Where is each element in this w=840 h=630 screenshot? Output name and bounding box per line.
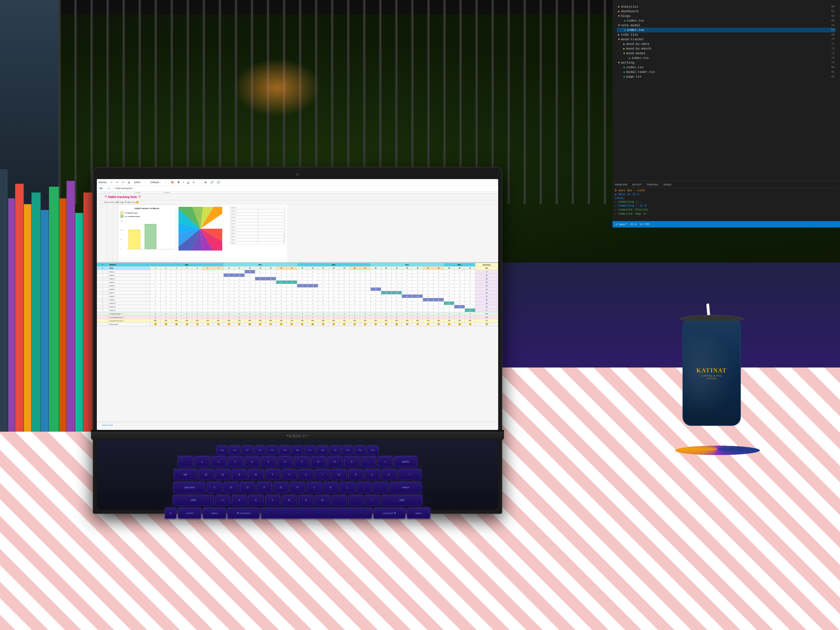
menu-item[interactable]: Menue <box>99 181 107 184</box>
key-y[interactable]: Y <box>282 469 297 480</box>
key-0[interactable]: 0 <box>344 456 359 467</box>
file-mood-modal-index[interactable]: ◈ index.tsx 74 <box>617 56 835 60</box>
key-k[interactable]: K <box>323 482 338 493</box>
key-5[interactable]: 5 <box>261 456 276 467</box>
menu-item[interactable]: 🔗 <box>210 181 213 184</box>
file-mood-by-month[interactable]: ▶ mood-by-month 72 <box>617 46 835 51</box>
key-command-left[interactable]: ⌘ command <box>227 507 260 519</box>
key-9[interactable]: 9 <box>328 456 343 467</box>
key-f3[interactable]: F3 <box>254 446 265 455</box>
key-lbracket[interactable]: [ <box>365 469 380 480</box>
file-modal-timer[interactable]: ◈ modal-timer.tsx 81 <box>617 70 835 74</box>
file-page[interactable]: ◈ page.tsx 82 <box>617 74 835 79</box>
file-blogs-index[interactable]: ◈ index.tsx 63 <box>617 18 835 23</box>
key-b[interactable]: B <box>282 495 297 506</box>
key-a[interactable]: A <box>207 482 222 493</box>
key-f8[interactable]: F8 <box>317 446 328 455</box>
file-mood-tracker[interactable]: ▼ mood-tracker 70 <box>617 37 835 42</box>
key-f[interactable]: F <box>257 482 272 493</box>
key-esc[interactable]: esc <box>217 446 228 455</box>
key-h[interactable]: H <box>290 482 305 493</box>
key-s[interactable]: S <box>223 482 238 493</box>
file-mood-by-date[interactable]: ▶ mood-by-date 71 <box>617 42 835 46</box>
key-1[interactable]: 1 <box>194 456 210 467</box>
key-f11[interactable]: F11 <box>355 446 366 455</box>
key-t[interactable]: T <box>265 469 280 480</box>
formula-content[interactable]: ♡ Habit tracking lists ♡ <box>112 187 496 189</box>
file-working[interactable]: ▼ working 79 <box>617 60 835 65</box>
menu-item[interactable]: Default... <box>150 181 161 184</box>
key-f5[interactable]: F5 <box>279 446 291 455</box>
key-z[interactable]: Z <box>215 495 231 506</box>
sheet-tab[interactable]: Habit tracker <box>99 423 116 427</box>
key-tab[interactable]: tab <box>174 469 197 480</box>
menu-item[interactable]: 💬 <box>217 181 220 184</box>
menu-item[interactable]: ↩ <box>116 181 118 184</box>
key-backslash[interactable]: \ <box>398 469 422 480</box>
key-2[interactable]: 2 <box>211 456 226 467</box>
cell-ref[interactable]: A1 <box>99 187 104 189</box>
key-equals[interactable]: = <box>377 456 393 467</box>
key-delete[interactable]: delete <box>394 456 417 467</box>
menu-item[interactable]: B <box>178 181 180 184</box>
menu-item[interactable]: I <box>183 181 184 184</box>
key-u[interactable]: U <box>298 469 314 480</box>
key-f12[interactable]: F12 <box>367 446 378 455</box>
menu-item[interactable]: 100% <box>134 181 141 184</box>
key-shift-left[interactable]: shift <box>173 495 214 506</box>
key-p[interactable]: P <box>348 469 363 480</box>
key-minus[interactable]: - <box>361 456 376 467</box>
file-mood-modal[interactable]: ▼ mood-modal 73 <box>617 51 835 56</box>
key-shift-right[interactable]: shift <box>382 495 422 506</box>
file-dashboard[interactable]: ▶ dashboard 61 <box>617 9 835 14</box>
key-c[interactable]: C <box>248 495 264 506</box>
key-quote[interactable]: ' <box>373 482 388 493</box>
key-f4[interactable]: F4 <box>267 446 278 455</box>
key-x[interactable]: X <box>232 495 247 506</box>
key-slash[interactable]: / <box>365 495 380 506</box>
key-backtick[interactable]: ` <box>178 456 193 467</box>
menu-item[interactable]: A <box>193 181 194 184</box>
key-q[interactable]: Q <box>199 469 214 480</box>
function-icon[interactable]: ƒx <box>107 187 110 189</box>
menu-item[interactable]: ↪ <box>122 181 124 184</box>
menu-item[interactable]: 🖨 <box>128 181 130 184</box>
file-analytics[interactable]: ▶ analytics 60 <box>617 5 835 9</box>
key-7[interactable]: 7 <box>294 456 309 467</box>
key-command-right[interactable]: command ⌘ <box>373 507 406 519</box>
file-note-modal[interactable]: ▼ note-modal 64 <box>617 23 835 28</box>
key-6[interactable]: 6 <box>278 456 293 467</box>
key-m[interactable]: M <box>315 495 330 506</box>
key-3[interactable]: 3 <box>228 456 243 467</box>
key-option-left[interactable]: option <box>203 507 226 519</box>
key-f1[interactable]: F1 <box>229 446 240 455</box>
key-capslock[interactable]: caps lock <box>173 482 205 493</box>
key-return[interactable]: return <box>390 482 422 493</box>
key-l[interactable]: L <box>340 482 355 493</box>
key-space[interactable] <box>261 507 372 519</box>
key-f7[interactable]: F7 <box>305 446 316 455</box>
key-f10[interactable]: F10 <box>342 446 353 455</box>
key-e[interactable]: E <box>232 469 247 480</box>
key-4[interactable]: 4 <box>245 456 260 467</box>
key-n[interactable]: N <box>298 495 314 506</box>
key-i[interactable]: I <box>315 469 330 480</box>
key-j[interactable]: J <box>306 482 322 493</box>
key-period[interactable]: . <box>348 495 363 506</box>
menu-item[interactable]: U <box>187 181 189 184</box>
key-w[interactable]: W <box>215 469 231 480</box>
key-f9[interactable]: F9 <box>330 446 341 455</box>
key-fn[interactable]: fn <box>165 507 177 519</box>
file-active-index[interactable]: ◈ index.tsx 65 <box>617 28 835 32</box>
key-r[interactable]: R <box>248 469 264 480</box>
key-semicolon[interactable]: ; <box>357 482 372 493</box>
key-o[interactable]: O <box>332 469 347 480</box>
key-f6[interactable]: F6 <box>292 446 303 455</box>
key-v[interactable]: V <box>265 495 280 506</box>
key-rbracket[interactable]: ] <box>382 469 397 480</box>
file-blogs[interactable]: ▼ blogs 62 <box>617 14 835 18</box>
key-f2[interactable]: F2 <box>242 446 253 455</box>
file-todo-list[interactable]: ▶ todo-list 66 <box>617 32 835 37</box>
menu-item[interactable]: ⊞ <box>204 181 207 184</box>
file-working-index[interactable]: ◈ index.tsx 80 <box>617 65 835 70</box>
